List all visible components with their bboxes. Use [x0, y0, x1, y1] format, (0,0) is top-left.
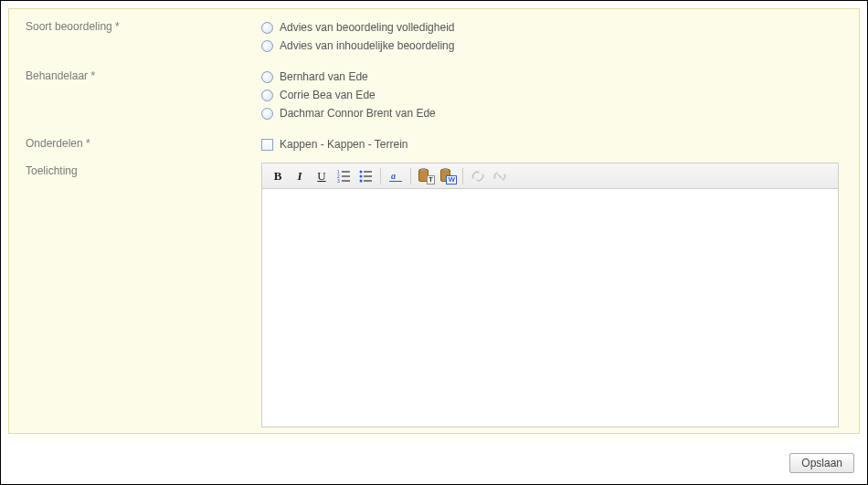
- bold-button[interactable]: B: [268, 166, 288, 186]
- soort-option-0[interactable]: Advies van beoordeling volledigheid: [261, 18, 842, 37]
- paste-text-icon: T: [418, 169, 433, 184]
- field-soort: Advies van beoordeling volledigheid Advi…: [261, 18, 842, 55]
- option-label: Advies van inhoudelijke beoordeling: [280, 39, 454, 52]
- field-behandelaar: Bernhard van Ede Corrie Bea van Ede Dach…: [261, 68, 842, 122]
- option-label: Corrie Bea van Ede: [280, 89, 376, 101]
- rich-text-editor: B I U 1 2 3: [261, 163, 839, 427]
- link-icon: [471, 169, 485, 184]
- behandelaar-option-0[interactable]: Bernhard van Ede: [261, 68, 842, 86]
- unlink-icon: [492, 169, 507, 184]
- paste-word-button[interactable]: W: [438, 166, 458, 186]
- save-button[interactable]: Opslaan: [789, 453, 854, 473]
- paste-text-button[interactable]: T: [416, 166, 436, 186]
- radio-icon: [261, 22, 273, 34]
- label-toelichting: Toelichting: [26, 163, 261, 177]
- italic-button[interactable]: I: [290, 166, 310, 186]
- paste-word-icon: W: [440, 169, 455, 184]
- label-onderdelen: Onderdelen *: [26, 135, 261, 150]
- svg-text:3: 3: [337, 178, 340, 184]
- italic-icon: I: [297, 169, 302, 184]
- soort-option-1[interactable]: Advies van inhoudelijke beoordeling: [261, 37, 842, 55]
- option-label: Advies van beoordeling volledigheid: [280, 21, 454, 34]
- label-behandelaar: Behandelaar *: [26, 68, 261, 82]
- row-onderdelen: Onderdelen * Kappen - Kappen - Terrein: [26, 135, 842, 153]
- onderdelen-option-0[interactable]: Kappen - Kappen - Terrein: [261, 135, 842, 153]
- label-soort: Soort beoordeling *: [26, 18, 261, 33]
- ordered-list-button[interactable]: 1 2 3: [333, 166, 354, 186]
- toolbar-separator: [462, 168, 463, 185]
- option-label: Dachmar Connor Brent van Ede: [280, 107, 436, 120]
- svg-point-6: [360, 170, 363, 173]
- remove-format-button[interactable]: a: [386, 166, 406, 186]
- field-toelichting: B I U 1 2 3: [261, 163, 842, 427]
- button-row: Opslaan: [789, 453, 854, 473]
- row-behandelaar: Behandelaar * Bernhard van Ede Corrie Be…: [26, 68, 842, 122]
- radio-icon: [261, 108, 273, 120]
- behandelaar-option-2[interactable]: Dachmar Connor Brent van Ede: [261, 104, 842, 122]
- svg-point-8: [360, 179, 363, 182]
- radio-icon: [261, 40, 273, 52]
- form-container: Soort beoordeling * Advies van beoordeli…: [0, 0, 868, 485]
- option-label: Bernhard van Ede: [280, 70, 368, 83]
- ordered-list-icon: 1 2 3: [336, 169, 351, 184]
- underline-icon: U: [317, 169, 325, 184]
- svg-line-12: [498, 174, 502, 178]
- unordered-list-button[interactable]: [355, 166, 376, 186]
- bold-icon: B: [274, 169, 282, 184]
- radio-icon: [261, 90, 273, 101]
- remove-format-icon: a: [389, 170, 402, 183]
- option-label: Kappen - Kappen - Terrein: [280, 138, 408, 151]
- row-toelichting: Toelichting B I U: [26, 163, 842, 427]
- editor-textarea[interactable]: [262, 189, 838, 427]
- field-onderdelen: Kappen - Kappen - Terrein: [261, 135, 842, 153]
- behandelaar-option-1[interactable]: Corrie Bea van Ede: [261, 86, 842, 104]
- svg-point-7: [360, 174, 363, 177]
- unordered-list-icon: [358, 169, 373, 184]
- checkbox-icon: [261, 139, 273, 151]
- row-soort: Soort beoordeling * Advies van beoordeli…: [26, 18, 842, 55]
- underline-button[interactable]: U: [312, 166, 332, 186]
- radio-icon: [261, 71, 273, 83]
- form-panel: Soort beoordeling * Advies van beoordeli…: [8, 8, 860, 434]
- toolbar-separator: [410, 168, 411, 185]
- toolbar-separator: [380, 168, 381, 185]
- editor-toolbar: B I U 1 2 3: [262, 163, 838, 189]
- unlink-button[interactable]: [490, 166, 510, 186]
- link-button[interactable]: [468, 166, 488, 186]
